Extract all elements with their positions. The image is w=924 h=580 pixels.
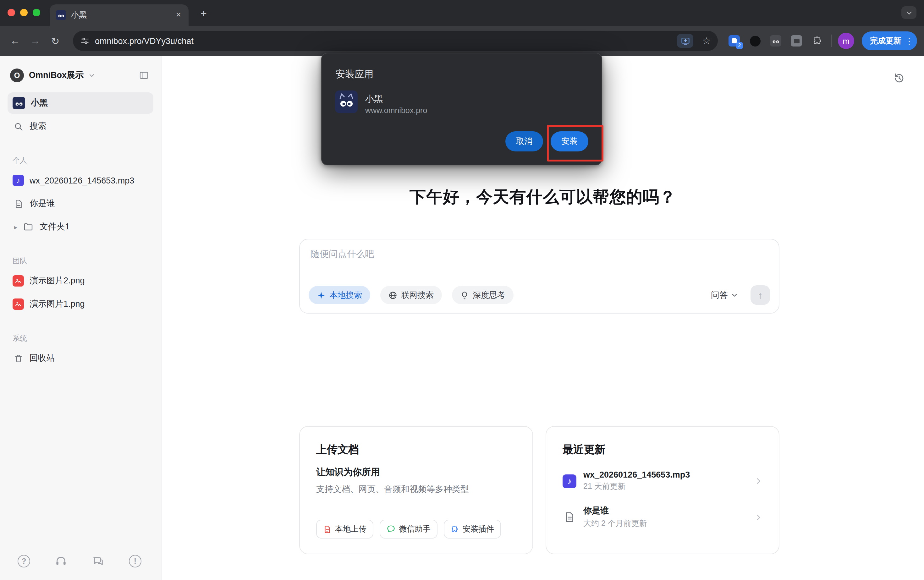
cancel-button[interactable]: 取消: [505, 131, 543, 152]
upload-card-buttons: 本地上传 微信助手 安装插件: [316, 520, 501, 539]
chip-label: 本地搜索: [329, 289, 362, 301]
workspace-switcher[interactable]: O OmniBox展示: [8, 65, 153, 86]
recent-item[interactable]: ♪ wx_20260126_145653.mp3 21 天前更新: [563, 470, 762, 492]
chevron-right-icon[interactable]: [754, 513, 762, 521]
prompt-input-card[interactable]: 本地搜索 联网搜索 深度思考 问答 ↑: [299, 239, 779, 313]
profile-avatar[interactable]: m: [838, 33, 854, 49]
section-label-system: 系统: [13, 334, 153, 343]
upload-card-subtitle: 让知识为你所用: [316, 466, 516, 478]
cat-app-icon: [13, 97, 25, 109]
install-app-dialog: 安装应用 小黑 www.omnibox.pro 取消 安装: [321, 53, 602, 165]
dialog-title: 安装应用: [336, 69, 373, 81]
headset-support-icon[interactable]: [55, 555, 67, 567]
wechat-icon: [386, 525, 395, 534]
bookmark-star-icon[interactable]: ☆: [699, 35, 714, 46]
new-tab-button[interactable]: +: [196, 6, 211, 21]
install-plugin-button[interactable]: 安装插件: [444, 520, 501, 539]
upload-card-desc: 支持文档、网页、音频和视频等多种类型: [316, 484, 516, 495]
history-icon[interactable]: [893, 72, 905, 84]
help-icon[interactable]: ?: [18, 555, 30, 567]
sidebar-collapse-icon[interactable]: [137, 69, 151, 82]
url-text[interactable]: omnibox.pro/VDYy3u/chat: [95, 36, 671, 46]
workspace-name: OmniBox展示: [29, 70, 84, 81]
feedback-icon[interactable]: !: [129, 555, 142, 567]
extensions-puzzle-icon[interactable]: [810, 33, 825, 48]
sidebar-item-search[interactable]: 搜索: [8, 115, 153, 137]
tab-strip: 小黑 × +: [0, 0, 924, 26]
send-button[interactable]: ↑: [751, 285, 770, 305]
sidebar-item-image2[interactable]: 演示图片2.png: [8, 270, 153, 292]
section-label-personal: 个人: [13, 156, 153, 165]
install-app-icon[interactable]: [677, 34, 693, 48]
tab-search-button[interactable]: [901, 6, 916, 19]
sidebar-item-folder[interactable]: ▸ 文件夹1: [8, 216, 153, 237]
workspace-logo: O: [10, 69, 24, 82]
sidebar: O OmniBox展示 小黑 搜索 个人: [0, 56, 162, 580]
prompt-toolbar: 本地搜索 联网搜索 深度思考 问答 ↑: [309, 285, 770, 305]
sidebar-item-doc[interactable]: 你是谁: [8, 193, 153, 214]
deep-think-chip[interactable]: 深度思考: [452, 286, 513, 304]
finish-update-label: 完成更新: [870, 36, 901, 46]
greeting-heading: 下午好，今天有什么可以帮您的吗？: [162, 186, 924, 208]
local-upload-button[interactable]: 本地上传: [316, 520, 373, 539]
prompt-input[interactable]: [310, 249, 768, 259]
extension-blue-icon[interactable]: 2: [727, 33, 742, 48]
extension-badge: 2: [736, 42, 743, 49]
zoom-window-button[interactable]: [33, 9, 40, 16]
button-label: 安装插件: [463, 524, 494, 534]
chevron-right-icon[interactable]: [754, 477, 762, 485]
tab-favicon-cat-icon: [56, 10, 66, 20]
chat-bubbles-icon[interactable]: [92, 555, 104, 567]
folder-expander-icon[interactable]: ▸: [13, 223, 19, 230]
toolbar-divider: [831, 35, 832, 47]
audio-file-icon: ♪: [563, 474, 576, 488]
upload-card: 上传文档 让知识为你所用 支持文档、网页、音频和视频等多种类型 本地上传 微信助…: [299, 426, 533, 554]
extension-dark-circle-icon[interactable]: [747, 33, 762, 48]
site-settings-icon[interactable]: [81, 36, 89, 45]
local-search-chip[interactable]: 本地搜索: [309, 286, 370, 304]
sidebar-item-label: wx_20260126_145653.mp3: [30, 176, 134, 185]
sidebar-item-trash[interactable]: 回收站: [8, 348, 153, 369]
sidebar-footer: ? !: [8, 551, 153, 572]
answer-mode-select[interactable]: 问答: [711, 289, 738, 301]
search-icon: [13, 122, 24, 131]
browser-window: 小黑 × + ← → ↻ omnibox.pro/VDYy3u/chat ☆ 2: [0, 0, 924, 580]
folder-icon: [23, 222, 34, 232]
minimize-window-button[interactable]: [20, 9, 28, 16]
forward-button[interactable]: →: [26, 32, 44, 49]
sidebar-item-file-mp3[interactable]: ♪ wx_20260126_145653.mp3: [8, 170, 153, 191]
browser-menu-icon[interactable]: ⋮: [905, 36, 913, 46]
recent-updates-card: 最近更新 ♪ wx_20260126_145653.mp3 21 天前更新: [546, 426, 779, 554]
close-window-button[interactable]: [8, 9, 15, 16]
extension-grey-icon[interactable]: [789, 33, 804, 48]
wechat-helper-button[interactable]: 微信助手: [380, 520, 437, 539]
extension-cat-icon[interactable]: [768, 33, 783, 48]
red-document-icon: [323, 525, 331, 533]
tab-close-icon[interactable]: ×: [173, 10, 183, 20]
sidebar-item-label: 回收站: [30, 353, 55, 364]
install-button[interactable]: 安装: [551, 131, 588, 152]
chip-label: 联网搜索: [401, 289, 434, 301]
lightbulb-icon: [460, 291, 469, 300]
image-file-icon: [13, 275, 24, 287]
web-search-chip[interactable]: 联网搜索: [380, 286, 442, 304]
info-cards: 上传文档 让知识为你所用 支持文档、网页、音频和视频等多种类型 本地上传 微信助…: [299, 426, 779, 554]
window-controls: [8, 9, 40, 16]
finish-update-button[interactable]: 完成更新 ⋮: [862, 31, 917, 50]
recent-item-meta: 21 天前更新: [583, 481, 747, 492]
button-label: 微信助手: [399, 524, 431, 534]
sidebar-item-app[interactable]: 小黑: [8, 92, 153, 114]
back-button[interactable]: ←: [6, 32, 24, 49]
chip-label: 深度思考: [473, 289, 505, 301]
sidebar-item-image1[interactable]: 演示图片1.png: [8, 293, 153, 315]
address-bar[interactable]: omnibox.pro/VDYy3u/chat ☆: [73, 31, 718, 51]
reload-button[interactable]: ↻: [46, 32, 64, 49]
upload-card-title: 上传文档: [316, 442, 516, 457]
sidebar-item-label: 演示图片1.png: [30, 298, 85, 310]
recent-item[interactable]: 你是谁 大约 2 个月前更新: [563, 505, 762, 529]
globe-icon: [388, 291, 397, 300]
tab-title: 小黑: [71, 10, 168, 20]
browser-tab[interactable]: 小黑 ×: [50, 4, 188, 26]
recent-item-name: 你是谁: [583, 505, 747, 517]
extension-icons: 2: [727, 33, 825, 48]
